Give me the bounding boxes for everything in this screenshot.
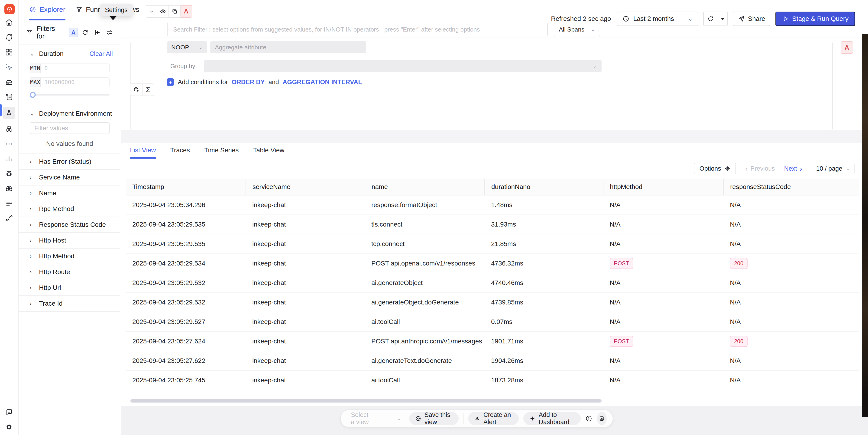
duration-max-input[interactable]: [41, 78, 110, 87]
cell-status: N/A: [723, 234, 859, 254]
nav-metrics[interactable]: [3, 154, 15, 164]
table-row[interactable]: 2025-09-04 23:05:29.534inkeep-chatPOST a…: [126, 254, 859, 273]
filter-section-http-route[interactable]: ›Http Route: [19, 264, 120, 280]
tab-traces[interactable]: Traces: [170, 143, 190, 159]
nav-traces[interactable]: [3, 107, 15, 119]
signoz-logo[interactable]: [4, 4, 14, 14]
filter-section-rpc-method[interactable]: ›Rpc Method: [19, 201, 120, 216]
nav-pipelines[interactable]: [3, 213, 15, 223]
duration-min-input[interactable]: [41, 64, 110, 73]
order-by-link[interactable]: ORDER BY: [231, 78, 265, 86]
table-row[interactable]: 2025-09-04 23:05:29.535inkeep-chattcp.co…: [126, 234, 859, 254]
query-name-chip[interactable]: A: [181, 5, 192, 18]
horizontal-scrollbar[interactable]: [130, 399, 601, 403]
scroll-icon: [5, 93, 13, 101]
options-button[interactable]: Options: [694, 163, 736, 174]
filter-section-http-host[interactable]: ›Http Host: [19, 233, 120, 248]
table-row[interactable]: 2025-09-04 23:05:27.624inkeep-chatPOST a…: [126, 332, 859, 351]
filter-section-trace-id[interactable]: ›Trace Id: [19, 296, 120, 311]
clear-all-link[interactable]: Clear All: [89, 50, 113, 58]
table-row[interactable]: 2025-09-04 23:05:29.535inkeep-chattls.co…: [126, 215, 859, 234]
nav-settings[interactable]: [3, 422, 15, 432]
sync-icon[interactable]: [82, 29, 89, 36]
nav-discover[interactable]: [3, 183, 15, 193]
span-scope-select[interactable]: All Spans ⌄: [554, 23, 600, 36]
nav-infrastructure[interactable]: [3, 77, 15, 87]
query-builder-mode-button[interactable]: [130, 83, 142, 96]
query-tag-side[interactable]: A: [841, 41, 853, 54]
stage-run-query-button[interactable]: Stage & Run Query: [775, 11, 855, 26]
group-by-select[interactable]: ⌄: [204, 60, 601, 72]
previous-page-button[interactable]: ‹Previous: [745, 165, 775, 172]
table-row[interactable]: 2025-09-04 23:05:25.745inkeep-chatai.too…: [126, 371, 859, 390]
nav-billing[interactable]: [3, 199, 15, 208]
filter-settings-icon[interactable]: [106, 29, 113, 36]
filter-section-response-status[interactable]: ›Response Status Code: [19, 217, 120, 232]
aggregation-interval-link[interactable]: AGGREGATION INTERVAL: [283, 78, 362, 86]
status-code-badge: 200: [730, 258, 748, 269]
collapse-left-icon[interactable]: [94, 29, 101, 36]
deployment-filter-input[interactable]: [30, 123, 110, 134]
filter-section-has-error[interactable]: ›Has Error (Status): [19, 154, 120, 169]
query-tag-a[interactable]: A: [69, 28, 78, 37]
share-label: Share: [748, 15, 765, 23]
table-row[interactable]: 2025-09-04 23:05:29.532inkeep-chatai.gen…: [126, 273, 859, 293]
nav-home[interactable]: [3, 18, 15, 27]
refresh-icon: [707, 15, 714, 22]
nav-quick-start[interactable]: [3, 62, 15, 72]
query-copy-button[interactable]: [169, 5, 181, 18]
share-button[interactable]: Share: [733, 11, 770, 26]
nav-alerts[interactable]: [3, 32, 15, 42]
time-range-select[interactable]: Last 2 months ⌄: [617, 11, 698, 26]
add-condition-button[interactable]: +: [167, 78, 174, 86]
table-row[interactable]: 2025-09-04 23:05:27.622inkeep-chatai.gen…: [126, 351, 859, 371]
nav-dashboards[interactable]: [3, 47, 15, 57]
col-timestamp[interactable]: Timestamp: [126, 178, 246, 195]
filter-section-name[interactable]: ›Name: [19, 186, 120, 201]
funnel-icon: [76, 6, 83, 13]
col-duration[interactable]: durationNano: [485, 178, 603, 195]
tab-explorer[interactable]: Explorer: [29, 0, 65, 21]
filter-section-service-name[interactable]: ›Service Name: [19, 170, 120, 185]
slider-handle[interactable]: [30, 92, 36, 98]
table-row[interactable]: 2025-09-04 23:05:29.527inkeep-chatai.too…: [126, 312, 859, 332]
aggregate-mode-button[interactable]: Σ: [142, 83, 154, 96]
col-name[interactable]: name: [365, 178, 485, 195]
cell-duration: 1901.71ms: [485, 332, 603, 351]
tab-list-view[interactable]: List View: [130, 143, 156, 159]
aggregate-attribute-input[interactable]: [210, 41, 366, 53]
page-size-select[interactable]: 10 / page⌄: [812, 163, 855, 174]
create-alert-button[interactable]: Create an Alert: [468, 412, 519, 425]
aggregate-operator-select[interactable]: NOOP ⌄: [167, 41, 207, 53]
cell-timestamp: 2025-09-04 23:05:29.532: [126, 293, 246, 312]
col-http-method[interactable]: httpMethod: [603, 178, 723, 195]
col-service-name[interactable]: serviceName: [246, 178, 365, 195]
tab-table-view[interactable]: Table View: [253, 143, 284, 159]
nav-exceptions[interactable]: [3, 169, 15, 178]
query-collapse-button[interactable]: [146, 5, 157, 18]
next-page-button[interactable]: Next›: [784, 165, 802, 172]
select-view-dropdown[interactable]: Select a view ⌄: [347, 411, 405, 426]
search-filter-input[interactable]: [167, 23, 548, 36]
query-visibility-button[interactable]: [157, 5, 169, 18]
refresh-options-button[interactable]: [718, 12, 727, 26]
add-conditions-text: Add conditions for: [178, 78, 228, 86]
nav-logs[interactable]: [3, 92, 15, 102]
nav-more[interactable]: [3, 139, 15, 149]
col-response-status[interactable]: responseStatusCode: [723, 178, 859, 195]
tab-time-series[interactable]: Time Series: [204, 143, 239, 159]
duration-section-header[interactable]: ⌄ Duration Clear All: [19, 45, 120, 63]
refresh-button[interactable]: [704, 12, 718, 26]
info-icon[interactable]: [585, 415, 592, 422]
table-row[interactable]: 2025-09-04 23:05:29.532inkeep-chatai.gen…: [126, 293, 859, 312]
deployment-section-header[interactable]: ⌄ Deployment Environment: [19, 105, 120, 122]
add-to-dashboard-button[interactable]: Add to Dashboard: [523, 412, 581, 425]
export-image-button[interactable]: [597, 412, 607, 425]
filter-section-http-method[interactable]: ›Http Method: [19, 248, 120, 264]
nav-support[interactable]: [3, 407, 15, 417]
duration-slider[interactable]: [30, 92, 110, 98]
table-row[interactable]: 2025-09-04 23:05:34.296inkeep-chatrespon…: [126, 195, 859, 215]
nav-services[interactable]: [3, 124, 15, 134]
save-view-button[interactable]: Save this view: [409, 412, 458, 425]
filter-section-http-url[interactable]: ›Http Url: [19, 280, 120, 295]
